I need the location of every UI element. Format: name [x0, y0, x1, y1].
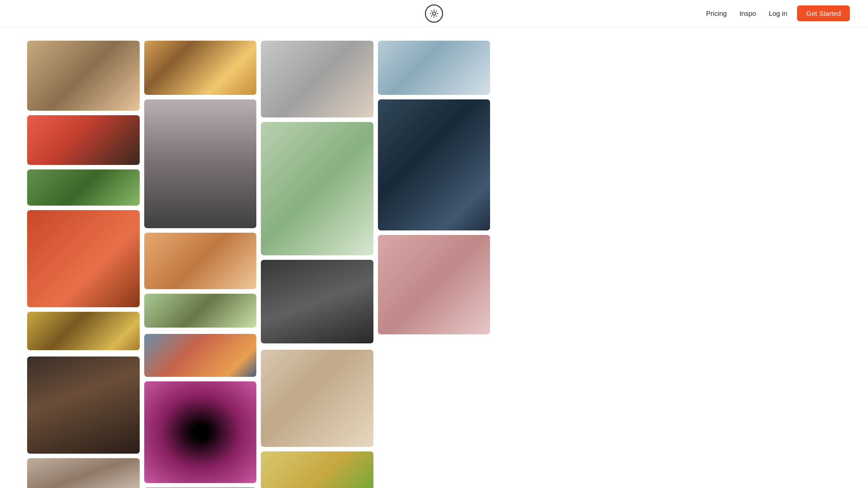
- gallery-item[interactable]: [27, 41, 140, 111]
- get-started-button[interactable]: Get Started: [797, 5, 850, 21]
- logo-nav: [425, 5, 443, 23]
- svg-line-8: [431, 15, 432, 16]
- header: Pricing Inspo Log in Get Started: [0, 0, 868, 27]
- gallery-item[interactable]: [378, 41, 491, 95]
- gallery-image: [27, 169, 140, 206]
- logo[interactable]: [425, 5, 443, 23]
- pricing-link[interactable]: Pricing: [703, 8, 730, 19]
- gallery-grid: [27, 41, 841, 488]
- gallery-item[interactable]: [27, 210, 140, 307]
- gallery-item[interactable]: [144, 334, 257, 377]
- gallery-image: [27, 41, 140, 111]
- gallery-image: [27, 210, 140, 307]
- nav-right: Pricing Inspo Log in Get Started: [703, 5, 850, 21]
- svg-point-0: [432, 12, 435, 15]
- gallery-item[interactable]: [261, 451, 373, 488]
- gallery-item[interactable]: [144, 294, 257, 328]
- main-content: [0, 27, 868, 488]
- svg-line-6: [436, 15, 437, 16]
- gallery-item[interactable]: [27, 169, 140, 206]
- gallery-item[interactable]: [144, 99, 257, 228]
- gallery-image: [261, 451, 373, 488]
- gallery-image: [378, 99, 491, 230]
- svg-line-7: [436, 10, 437, 11]
- gallery-item[interactable]: [261, 260, 373, 343]
- gallery-image: [261, 260, 373, 343]
- gallery-item[interactable]: [27, 312, 140, 350]
- gallery-image: [261, 350, 373, 447]
- gallery-image: [27, 312, 140, 350]
- gallery-item[interactable]: [144, 41, 257, 95]
- gallery-image: [27, 357, 140, 454]
- gallery-item[interactable]: [378, 99, 491, 230]
- login-link[interactable]: Log in: [766, 8, 790, 19]
- logo-sun-icon: [429, 9, 439, 19]
- gallery-item[interactable]: [261, 122, 373, 255]
- gallery-item[interactable]: [144, 233, 257, 289]
- gallery-image: [144, 294, 257, 328]
- gallery-image: [144, 99, 257, 228]
- gallery-image: [261, 122, 373, 255]
- gallery-image: [378, 41, 491, 95]
- gallery-item[interactable]: [144, 381, 257, 483]
- gallery-image: [27, 115, 140, 165]
- inspo-link[interactable]: Inspo: [737, 8, 759, 19]
- gallery-image: [261, 41, 373, 117]
- gallery-item[interactable]: [27, 357, 140, 454]
- gallery-item[interactable]: [27, 115, 140, 165]
- gallery-item[interactable]: [378, 235, 491, 334]
- svg-line-5: [431, 10, 432, 11]
- gallery-image: [27, 458, 140, 488]
- gallery-image: [144, 334, 257, 377]
- gallery-item[interactable]: [261, 41, 373, 117]
- gallery-image: [144, 381, 257, 483]
- gallery-item[interactable]: [27, 458, 140, 488]
- gallery-image: [144, 233, 257, 289]
- gallery-image: [378, 235, 491, 334]
- gallery-item[interactable]: [261, 350, 373, 447]
- gallery-image: [144, 41, 257, 95]
